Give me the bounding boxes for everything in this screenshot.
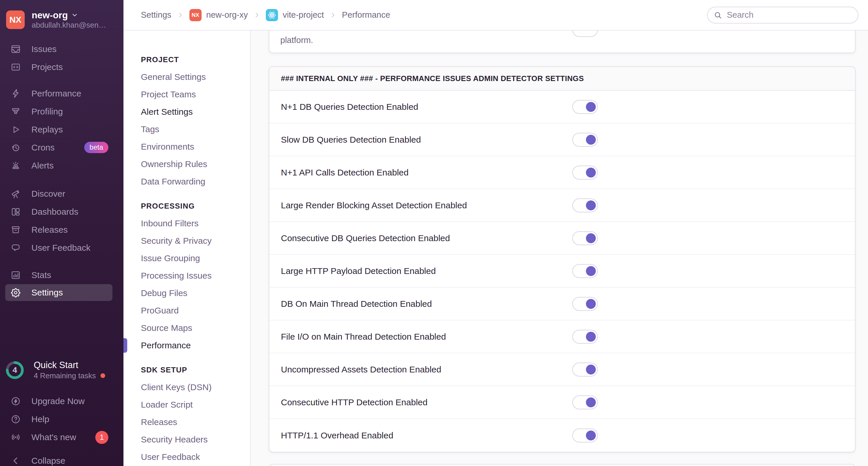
- sidebar-item-profiling[interactable]: Profiling: [0, 102, 123, 121]
- archive-icon: [10, 224, 21, 235]
- settings-nav-project-teams[interactable]: Project Teams: [141, 86, 241, 103]
- toggle-row-label: HTTP/1.1 Overhead Enabled: [281, 431, 393, 440]
- toggle-knob[interactable]: [586, 398, 596, 407]
- toggle-row-label: Slow DB Queries Detection Enabled: [281, 135, 421, 145]
- sidebar-item-label: Performance: [31, 89, 81, 98]
- settings-nav-ownership-rules[interactable]: Ownership Rules: [141, 155, 241, 173]
- toggle-row: Large HTTP Payload Detection Enabled: [269, 255, 855, 288]
- toggle-row-label: Large HTTP Payload Detection Enabled: [281, 266, 436, 276]
- toggle-row: Large Render Blocking Asset Detection En…: [269, 189, 855, 222]
- settings-nav-inbound-filters[interactable]: Inbound Filters: [141, 215, 241, 232]
- toggle-knob[interactable]: [586, 299, 596, 309]
- toggle-row-label: N+1 API Calls Detection Enabled: [281, 168, 408, 178]
- sidebar-item-label: Profiling: [31, 106, 63, 117]
- lightning-icon: [10, 88, 21, 99]
- sidebar-item-dashboards[interactable]: Dashboards: [0, 203, 123, 221]
- toggle-switch[interactable]: [572, 198, 598, 212]
- sidebar-item-whats-new[interactable]: What's new 1: [0, 428, 123, 446]
- sidebar-item-crons[interactable]: Crons beta: [0, 138, 123, 157]
- breadcrumb-project[interactable]: vite-project: [266, 9, 324, 21]
- sidebar-collapse-button[interactable]: Collapse: [0, 456, 123, 466]
- toggle-switch[interactable]: [572, 100, 598, 114]
- settings-nav-processing-issues[interactable]: Processing Issues: [141, 267, 241, 284]
- toggle-row: Uncompressed Assets Detection Enabled: [269, 353, 855, 386]
- org-switcher[interactable]: NX new-org abdullah.khan@sen…: [0, 0, 123, 30]
- feedback-bubble-icon: [10, 243, 21, 253]
- settings-nav-tags[interactable]: Tags: [141, 121, 241, 138]
- toggle-knob[interactable]: [586, 200, 596, 210]
- toggle-knob[interactable]: [586, 168, 596, 178]
- sidebar-item-settings[interactable]: Settings: [5, 284, 113, 301]
- toggle-row: N+1 API Calls Detection Enabled: [269, 156, 855, 189]
- toggle-switch[interactable]: [572, 395, 598, 409]
- settings-nav-general-settings[interactable]: General Settings: [141, 68, 241, 86]
- breadcrumb-settings[interactable]: Settings: [141, 10, 172, 20]
- sidebar-item-help[interactable]: Help: [0, 410, 123, 428]
- toggle-switch[interactable]: [572, 264, 598, 278]
- chevron-right-icon: [253, 11, 260, 19]
- toggle-knob[interactable]: [586, 135, 596, 145]
- settings-nav-alert-settings[interactable]: Alert Settings: [141, 103, 241, 121]
- sidebar-item-label: Issues: [31, 44, 57, 54]
- toggle-knob[interactable]: [586, 431, 596, 440]
- settings-nav-user-feedback[interactable]: User Feedback: [141, 448, 241, 466]
- sidebar-item-discover[interactable]: Discover: [0, 185, 123, 203]
- settings-nav-source-maps[interactable]: Source Maps: [141, 319, 241, 337]
- toggle-switch[interactable]: [572, 297, 598, 311]
- toggle-knob[interactable]: [586, 332, 596, 342]
- toggle-switch[interactable]: [572, 133, 598, 147]
- siren-icon: [10, 160, 21, 171]
- panel-title: ### INTERNAL ONLY ### - PERFORMANCE ISSU…: [269, 67, 855, 91]
- sidebar-item-replays[interactable]: Replays: [0, 121, 123, 138]
- upgrade-bolt-icon: [10, 396, 21, 406]
- sidebar-item-issues[interactable]: Issues: [0, 40, 123, 58]
- broadcast-icon: [10, 432, 21, 442]
- sidebar-item-alerts[interactable]: Alerts: [0, 157, 123, 175]
- toggle-switch[interactable]: [572, 231, 598, 245]
- sidebar-item-label: Collapse: [31, 456, 65, 466]
- org-email: abdullah.khan@sen…: [32, 21, 106, 30]
- settings-nav-security-privacy[interactable]: Security & Privacy: [141, 232, 241, 250]
- toggle-knob[interactable]: [586, 233, 596, 243]
- sidebar-item-label: Dashboards: [31, 207, 79, 217]
- whats-new-badge: 1: [95, 431, 108, 444]
- breadcrumb-organization[interactable]: NX new-org-xy: [189, 9, 248, 21]
- toggle-knob[interactable]: [586, 365, 596, 374]
- toggle-row-label: Consecutive DB Queries Detection Enabled: [281, 233, 450, 243]
- toggle-switch[interactable]: [572, 165, 598, 180]
- toggle-switch[interactable]: [572, 363, 598, 376]
- toggle-row: DB On Main Thread Detection Enabled: [269, 288, 855, 320]
- quick-start[interactable]: 4 Quick Start 4 Remaining tasks: [0, 360, 123, 381]
- sidebar-item-label: Crons: [31, 143, 55, 153]
- settings-nav-issue-grouping[interactable]: Issue Grouping: [141, 250, 241, 267]
- settings-nav-releases[interactable]: Releases: [141, 413, 241, 431]
- settings-nav-client-keys[interactable]: Client Keys (DSN): [141, 378, 241, 396]
- projects-icon: [10, 62, 21, 72]
- settings-nav-proguard[interactable]: ProGuard: [141, 302, 241, 319]
- sidebar-item-upgrade-now[interactable]: Upgrade Now: [0, 392, 123, 410]
- toggle-knob[interactable]: [586, 102, 596, 112]
- sidebar-item-label: What's new: [31, 432, 76, 442]
- settings-nav-data-forwarding[interactable]: Data Forwarding: [141, 173, 241, 190]
- settings-nav-debug-files[interactable]: Debug Files: [141, 284, 241, 302]
- quick-start-title: Quick Start: [34, 360, 105, 371]
- settings-nav-loader-script[interactable]: Loader Script: [141, 396, 241, 413]
- help-icon: [10, 414, 21, 425]
- sidebar-item-stats[interactable]: Stats: [0, 266, 123, 284]
- toggle-row-label: Consecutive HTTP Detection Enabled: [281, 398, 428, 407]
- sidebar-item-label: Projects: [31, 62, 63, 72]
- sidebar-item-user-feedback[interactable]: User Feedback: [0, 239, 123, 257]
- sidebar-item-releases[interactable]: Releases: [0, 221, 123, 239]
- toggle-switch[interactable]: [572, 429, 598, 442]
- dashboards-icon: [10, 207, 21, 217]
- settings-nav-performance[interactable]: Performance: [141, 337, 241, 354]
- sidebar-item-projects[interactable]: Projects: [0, 58, 123, 76]
- settings-nav-environments[interactable]: Environments: [141, 138, 241, 155]
- sidebar-item-performance[interactable]: Performance: [0, 85, 123, 102]
- sidebar-item-label: Upgrade Now: [31, 396, 85, 406]
- search-input[interactable]: [726, 10, 852, 20]
- toggle-knob[interactable]: [586, 266, 596, 276]
- settings-nav-security-headers[interactable]: Security Headers: [141, 431, 241, 448]
- toggle-switch[interactable]: [572, 330, 598, 344]
- chevron-right-icon: [177, 11, 184, 19]
